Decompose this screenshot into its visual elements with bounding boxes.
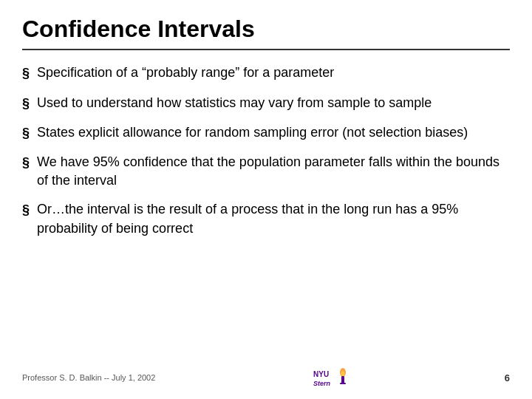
item-text: States explicit allowance for random sam…: [37, 123, 510, 142]
svg-text:NYU: NYU: [313, 370, 329, 378]
bullet-icon: §: [22, 124, 30, 143]
slide-title: Confidence Intervals: [22, 15, 510, 43]
professor-credit: Professor S. D. Balkin -- July 1, 2002: [22, 373, 155, 382]
item-text: We have 95% confidence that the populati…: [37, 153, 510, 190]
bullet-icon: §: [22, 95, 30, 113]
content-list: §Specification of a “probably range” for…: [22, 64, 510, 237]
torch-icon: NYU Stern: [312, 366, 349, 389]
bullet-icon: §: [22, 64, 30, 83]
list-item: §Or…the interval is the result of a proc…: [22, 200, 510, 237]
item-text: Specification of a “probably range” for …: [37, 64, 510, 82]
page-number: 6: [505, 372, 510, 383]
item-text: Used to understand how statistics may va…: [37, 94, 510, 112]
slide: Confidence Intervals §Specification of a…: [0, 0, 532, 399]
item-text: Or…the interval is the result of a proce…: [37, 200, 510, 237]
bullet-icon: §: [22, 201, 30, 219]
list-item: §Specification of a “probably range” for…: [22, 64, 510, 83]
svg-rect-4: [341, 376, 344, 383]
list-item: §We have 95% confidence that the populat…: [22, 153, 510, 190]
nyu-stern-logo: NYU Stern: [312, 366, 349, 389]
footer: Professor S. D. Balkin -- July 1, 2002 N…: [22, 366, 510, 389]
list-item: §Used to understand how statistics may v…: [22, 94, 510, 113]
svg-rect-5: [340, 383, 346, 384]
svg-text:Stern: Stern: [313, 380, 331, 387]
list-item: §States explicit allowance for random sa…: [22, 123, 510, 143]
svg-point-3: [341, 371, 344, 377]
bullet-icon: §: [22, 154, 30, 172]
title-section: Confidence Intervals: [22, 15, 510, 50]
